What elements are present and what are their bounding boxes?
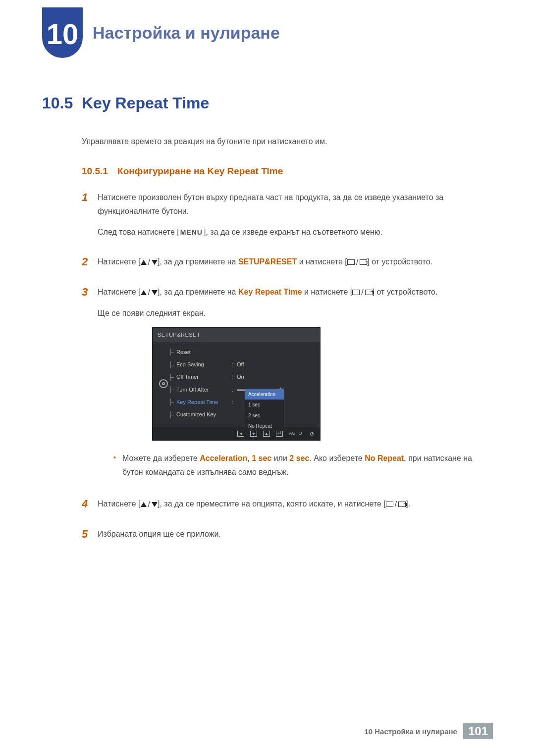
- osd-item-custom: Customized Key: [176, 410, 232, 419]
- osd-val-offtimer: On: [237, 372, 315, 382]
- step-4-text: Натиснете [/], за да се преместите на оп…: [98, 497, 493, 511]
- osd-item-offtimer: Off Timer: [176, 372, 232, 382]
- osd-down-icon: [250, 431, 257, 437]
- up-down-arrow-icon: /: [141, 255, 158, 269]
- osd-footer: ⏎ AUTO: [153, 427, 320, 440]
- step-5: 5 Избраната опция ще се приложи.: [82, 527, 493, 548]
- step-number: 3: [82, 285, 98, 488]
- step-3-text: Натиснете [/], за да преминете на Key Re…: [98, 285, 493, 300]
- select-enter-icon: /: [347, 255, 367, 269]
- osd-option-1sec: 1 sec: [245, 400, 284, 410]
- chapter-number-badge: 10: [42, 7, 83, 58]
- select-enter-icon: /: [352, 286, 372, 300]
- keyword-key-repeat-time: Key Repeat Time: [238, 288, 302, 296]
- osd-up-icon: [263, 431, 270, 437]
- step-number: 2: [82, 255, 98, 276]
- osd-enter-icon: ⏎: [276, 431, 283, 437]
- section-intro: Управлявате времето за реакция на бутони…: [82, 137, 493, 146]
- step-3: 3 Натиснете [/], за да преминете на Key …: [82, 285, 493, 488]
- osd-power-icon: [308, 431, 315, 437]
- step-number: 5: [82, 527, 98, 548]
- section-title: Key Repeat Time: [82, 94, 209, 112]
- step-1: 1 Натиснете произволен бутон върху предн…: [82, 191, 493, 246]
- step-number: 1: [82, 191, 98, 246]
- bullet-icon: •: [113, 452, 122, 479]
- step-1-text-a: Натиснете произволен бутон върху преднат…: [98, 191, 493, 218]
- step-1-text-b: След това натиснете [MENU], за да се изв…: [98, 225, 493, 239]
- bullet-text: Можете да изберете Acceleration, 1 sec и…: [122, 452, 493, 479]
- osd-val-eco: Off: [237, 360, 315, 369]
- osd-dropdown: Acceleration 1 sec 2 sec No Repeat: [245, 389, 284, 432]
- select-enter-icon: /: [386, 498, 406, 511]
- step-4: 4 Натиснете [/], за да се преместите на …: [82, 497, 493, 518]
- chapter-title: Настройка и нулиране: [93, 23, 280, 43]
- osd-item-reset: Reset: [176, 348, 232, 357]
- step-5-text: Избраната опция ще се приложи.: [98, 527, 493, 541]
- osd-item-eco: Eco Saving: [176, 360, 232, 369]
- osd-title: SETUP&RESET: [153, 328, 320, 342]
- subsection-title: Конфигуриране на Key Repeat Time: [117, 166, 283, 176]
- osd-back-icon: [237, 431, 244, 437]
- osd-option-2sec: 2 sec: [245, 410, 284, 421]
- osd-option-acceleration: Acceleration: [245, 389, 284, 400]
- up-down-arrow-icon: /: [141, 498, 158, 511]
- step-2-text: Натиснете [/], за да преминете на SETUP&…: [98, 255, 493, 269]
- osd-item-turnoff: Turn Off After: [176, 385, 232, 395]
- menu-label: MENU: [179, 226, 204, 239]
- osd-auto-label: AUTO: [289, 430, 302, 438]
- step-3-tail: Ще се появи следният екран.: [98, 306, 493, 320]
- keyword-setup-reset: SETUP&RESET: [238, 257, 297, 266]
- section-number: 10.5: [42, 94, 82, 112]
- page-number: 101: [463, 723, 493, 739]
- subsection-heading: 10.5.1 Конфигуриране на Key Repeat Time: [82, 166, 493, 177]
- footer-chapter-label: 10 Настройка и нулиране: [364, 727, 457, 736]
- osd-screenshot: SETUP&RESET Reset Eco Saving:Off Off Tim…: [152, 327, 493, 441]
- osd-item-krt: Key Repeat Time: [176, 398, 232, 407]
- step-number: 4: [82, 497, 98, 518]
- bullet-item: • Можете да изберете Acceleration, 1 sec…: [113, 452, 493, 479]
- gear-icon: [159, 379, 168, 388]
- up-down-arrow-icon: /: [141, 286, 158, 300]
- section-heading: 10.5 Key Repeat Time: [42, 94, 493, 112]
- step-2: 2 Натиснете [/], за да преминете на SETU…: [82, 255, 493, 276]
- page-footer: 10 Настройка и нулиране 101: [364, 723, 493, 739]
- chapter-header: 10 Настройка и нулиране: [42, 7, 280, 58]
- subsection-number: 10.5.1: [82, 166, 108, 176]
